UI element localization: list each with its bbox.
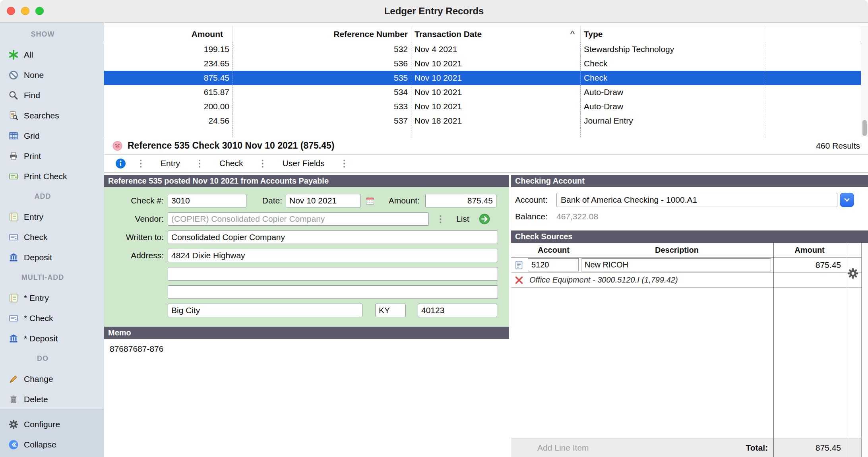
vendor-input[interactable] xyxy=(168,212,429,226)
sidebar-item-none[interactable]: None xyxy=(0,65,104,85)
state-input[interactable] xyxy=(375,304,406,317)
record-header: Reference 535 Check 3010 Nov 10 2021 (87… xyxy=(104,137,868,155)
sidebar-item-collapse[interactable]: Collapse xyxy=(0,434,104,455)
zoom-window-button[interactable] xyxy=(35,7,44,15)
add-line-item-button[interactable]: Add Line Item xyxy=(511,443,589,453)
sidebar-item-multi-add-entry[interactable]: * Entry xyxy=(0,288,104,308)
source-account-cell[interactable]: 5120 xyxy=(528,258,579,271)
tab-check[interactable]: Check xyxy=(214,159,249,168)
balance-label: Balance: xyxy=(515,212,556,221)
sidebar-item-label: Searches xyxy=(24,111,59,120)
sidebar-item-print-check[interactable]: Print Check xyxy=(0,166,104,186)
memo-text[interactable]: 87687687-876 xyxy=(104,339,509,457)
asterisk-icon xyxy=(8,49,19,60)
sidebar-item-label: Change xyxy=(24,374,53,384)
table-filler xyxy=(104,128,861,137)
column-header-reference-number[interactable]: Reference Number xyxy=(232,26,411,42)
separator-dots: ⋮ xyxy=(340,158,349,169)
table-body: 199.15 532 Nov 4 2021 Stewardship Techno… xyxy=(104,42,861,137)
grid-icon xyxy=(8,130,19,141)
sidebar-item-label: Entry xyxy=(24,212,43,222)
table-row[interactable]: 234.65 536 Nov 10 2021 Check xyxy=(104,56,861,71)
table-row[interactable]: 199.15 532 Nov 4 2021 Stewardship Techno… xyxy=(104,42,861,56)
sidebar-item-delete[interactable]: Delete xyxy=(0,389,104,409)
source-line-item-row[interactable]: 5120 New RICOH 875.45 xyxy=(511,258,868,273)
sidebar-item-add-check[interactable]: Check xyxy=(0,227,104,247)
amount-label: Amount: xyxy=(375,196,420,205)
sidebar-section-multi-add: MULTI-ADD xyxy=(0,267,104,288)
traffic-lights xyxy=(7,7,44,15)
table-row[interactable]: 200.00 533 Nov 10 2021 Auto-Draw xyxy=(104,99,861,114)
check-number-label: Check #: xyxy=(104,196,164,205)
delete-line-x-icon[interactable] xyxy=(514,275,524,285)
table-row[interactable]: 615.87 534 Nov 10 2021 Auto-Draw xyxy=(104,85,861,99)
sidebar-item-label: * Check xyxy=(24,314,53,323)
sidebar-section-add: ADD xyxy=(0,186,104,207)
account-dropdown-button[interactable] xyxy=(840,193,854,207)
sources-empty-area xyxy=(511,288,868,438)
source-description-cell[interactable]: New RICOH xyxy=(581,258,771,271)
sidebar-item-add-deposit[interactable]: Deposit xyxy=(0,247,104,267)
date-input[interactable] xyxy=(286,194,361,207)
scrollbar-thumb[interactable] xyxy=(862,120,867,136)
sidebar-item-label: All xyxy=(24,50,33,60)
amount-input[interactable] xyxy=(425,194,496,207)
form-banner: Reference 535 posted Nov 10 2021 from Ac… xyxy=(104,175,509,187)
checking-panel: Checking Account Account: Bank of Americ… xyxy=(511,175,868,457)
account-select[interactable]: Bank of America Checking - 1000.A1 xyxy=(556,193,837,207)
sidebar-section-do: DO xyxy=(0,349,104,369)
ledger-entry-icon xyxy=(8,292,19,303)
sidebar-item-multi-add-deposit[interactable]: * Deposit xyxy=(0,328,104,349)
check-number-input[interactable] xyxy=(168,194,246,207)
check-document-icon xyxy=(8,232,19,242)
account-label: Account: xyxy=(515,195,556,205)
balance-value: 467,322.08 xyxy=(556,212,598,221)
table-row[interactable]: 24.56 537 Nov 18 2021 Journal Entry xyxy=(104,114,861,128)
date-label: Date: xyxy=(246,196,282,205)
column-header-transaction-date[interactable]: Transaction Date^ xyxy=(411,26,580,42)
printer-icon xyxy=(8,151,19,161)
sidebar-item-add-entry[interactable]: Entry xyxy=(0,207,104,227)
sidebar-item-multi-add-check[interactable]: * Check xyxy=(0,308,104,328)
sources-scrollbar[interactable] xyxy=(861,243,868,457)
check-form: Check #: Date: Amount: Vendor: ⋮ xyxy=(104,187,509,327)
close-window-button[interactable] xyxy=(7,7,15,15)
tab-entry[interactable]: Entry xyxy=(155,159,186,168)
source-amount-cell[interactable]: 875.45 xyxy=(816,260,841,270)
sidebar-item-configure[interactable]: Configure xyxy=(0,414,104,434)
table-header-row: Amount Reference Number Transaction Date… xyxy=(104,26,861,42)
column-divider xyxy=(846,243,846,457)
calendar-icon[interactable] xyxy=(365,196,375,205)
info-icon[interactable] xyxy=(115,158,126,169)
sidebar-item-all[interactable]: All xyxy=(0,45,104,65)
table-row-selected[interactable]: 875.45 535 Nov 10 2021 Check xyxy=(104,71,861,85)
table-scrollbar[interactable] xyxy=(861,26,868,137)
address-line3-input[interactable] xyxy=(168,285,498,299)
source-note-row: Office Equipment - 3000.5120.I (1,799.42… xyxy=(511,273,868,288)
vendor-list-label: List xyxy=(456,214,469,224)
sidebar-item-searches[interactable]: Searches xyxy=(0,105,104,126)
sidebar-item-print[interactable]: Print xyxy=(0,146,104,166)
line-item-form-icon[interactable] xyxy=(514,260,524,270)
saved-searches-icon xyxy=(8,110,19,121)
sidebar-item-grid[interactable]: Grid xyxy=(0,126,104,146)
address-line1-input[interactable] xyxy=(168,249,498,262)
sources-gear-icon[interactable] xyxy=(847,267,859,279)
column-header-type[interactable]: Type xyxy=(580,26,766,42)
address-line2-input[interactable] xyxy=(168,267,498,281)
open-vendor-list-button[interactable] xyxy=(479,213,490,225)
column-header-empty xyxy=(766,26,861,42)
sidebar-item-label: Grid xyxy=(24,131,40,141)
sidebar-item-find[interactable]: Find xyxy=(0,85,104,105)
city-input[interactable] xyxy=(168,304,362,317)
gear-icon xyxy=(8,419,19,430)
separator-dots: ⋮ xyxy=(136,158,145,169)
written-to-input[interactable] xyxy=(168,230,498,244)
title-bar: Ledger Entry Records xyxy=(0,0,868,23)
column-header-amount[interactable]: Amount xyxy=(104,26,232,42)
zip-input[interactable] xyxy=(418,304,497,317)
sidebar-item-change[interactable]: Change xyxy=(0,369,104,389)
minimize-window-button[interactable] xyxy=(21,7,29,15)
tab-bar: ⋮ Entry ⋮ Check ⋮ User Fields ⋮ xyxy=(104,155,868,172)
tab-user-fields[interactable]: User Fields xyxy=(277,159,330,168)
